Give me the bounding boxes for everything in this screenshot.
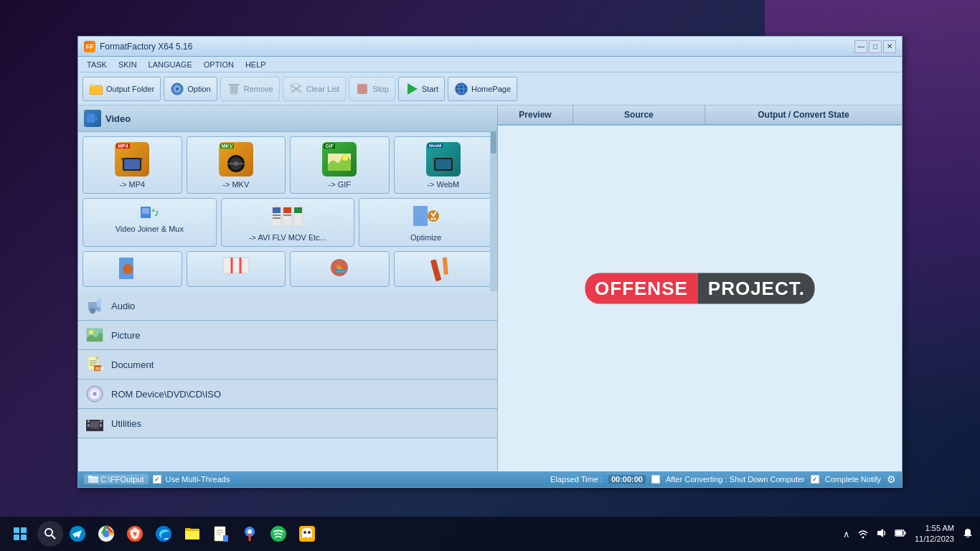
menu-option[interactable]: OPTION [198,59,240,70]
taskbar-app-brave[interactable] [122,521,148,547]
svg-text:🏊: 🏊 [335,262,346,273]
taskbar-app-ghost[interactable] [294,521,320,547]
category-rom[interactable]: ROM Device\DVD\CD\ISO [78,380,497,409]
audio-icon [84,295,105,316]
svg-rect-34 [433,158,435,161]
taskbar-app-gmaps[interactable] [237,521,263,547]
svg-point-52 [433,218,435,220]
menu-language[interactable]: LANGUAGE [143,59,198,70]
system-clock[interactable]: 1:55 AM 11/12/2023 [912,523,957,545]
taskbar-app-telegram[interactable] [65,521,90,547]
svg-rect-41 [273,207,281,213]
menu-bar: TASK SKIN LANGUAGE OPTION HELP [78,57,902,72]
shutdown-checkbox[interactable] [651,475,660,484]
scrollbar-thumb[interactable] [491,132,496,154]
start-button[interactable] [6,519,34,548]
homepage-button[interactable]: HomePage [448,77,517,101]
mkv-label: -> MKV [222,180,249,189]
category-picture[interactable]: Picture [78,321,497,350]
remove-icon [227,82,241,96]
category-utilities[interactable]: Utilities [78,409,497,438]
format-btn-avi[interactable]: -> AVI FLV MOV Etc... [221,198,355,247]
audio-label: Audio [111,301,135,311]
table-header: Preview Source Output / Convert State [498,105,902,126]
clear-list-button[interactable]: Clear List [283,77,346,101]
partial-btn-2[interactable] [187,251,286,287]
partial-btn-1[interactable] [83,251,182,287]
rom-icon [84,383,105,405]
rom-label: ROM Device\DVD\CD\ISO [111,389,221,400]
notification-icon[interactable] [961,527,974,542]
taskbar-app-chrome[interactable] [93,521,119,547]
svg-rect-108 [904,532,905,534]
svg-marker-106 [877,529,883,537]
menu-help[interactable]: HELP [240,59,272,70]
status-folder[interactable]: C:\FFOutput [84,474,149,484]
taskbar: ∧ 1:55 AM 11/12/2023 [0,517,980,551]
video-scrollbar[interactable] [490,132,497,291]
taskbar-app-files[interactable] [179,521,205,547]
svg-rect-19 [87,114,95,123]
utilities-label: Utilities [111,418,141,429]
svg-point-4 [176,88,179,90]
mp4-label: -> MP4 [119,180,145,189]
stop-button[interactable]: Stop [349,77,395,101]
status-settings-icon[interactable]: ⚙ [887,474,896,485]
elapsed-label: Elapsed Time : [550,475,603,484]
battery-icon[interactable] [893,526,908,542]
svg-point-89 [103,531,109,537]
taskbar-app-notepad[interactable] [208,521,234,547]
video-section: Video MP4 [78,105,497,291]
format-btn-mkv[interactable]: MKV -> MKV [187,136,286,194]
start-button[interactable]: Start [398,77,445,101]
wifi-icon[interactable] [856,526,870,542]
left-panel: Video MP4 [78,105,498,471]
svg-rect-61 [443,258,448,275]
format-btn-gif[interactable]: GIF -> GIF [290,136,390,194]
svg-point-54 [123,264,133,274]
option-button[interactable]: Option [164,77,217,101]
webm-icon: WebM [425,141,461,177]
svg-rect-35 [452,158,454,161]
category-document[interactable]: PDF Document [78,350,497,380]
svg-rect-48 [294,207,302,213]
mp4-badge: MP4 [116,143,129,149]
format-btn-joiner[interactable]: ♪ + Video Joiner & Mux [83,198,217,247]
mkv-badge: MKV [220,143,235,149]
menu-skin[interactable]: SKIN [113,59,143,70]
maximize-button[interactable]: □ [869,40,882,53]
partial-btn-3[interactable]: 🏊 [290,251,390,287]
svg-rect-12 [357,84,367,94]
multi-threads-label: Use Multi-Threads [166,475,230,484]
category-audio[interactable]: Audio [78,291,497,321]
picture-icon [84,324,105,346]
svg-rect-43 [273,217,281,219]
remove-button[interactable]: Remove [220,77,280,101]
remove-label: Remove [244,85,273,93]
format-btn-mp4[interactable]: MP4 -> MP4 [83,136,182,194]
output-folder-button[interactable]: Output Folder [83,77,161,101]
taskbar-app-edge[interactable] [151,521,176,547]
multi-threads-checkbox[interactable]: ✓ [153,475,161,484]
svg-rect-82 [90,421,99,428]
search-button[interactable] [37,521,63,547]
svg-rect-49 [413,206,428,226]
svg-rect-22 [124,159,140,169]
format-btn-webm[interactable]: WebM -> WebM [394,136,494,194]
menu-task[interactable]: TASK [81,59,113,70]
minimize-button[interactable]: — [854,40,867,53]
complete-notify-checkbox[interactable]: ✓ [811,475,819,484]
partial-btn-4[interactable] [394,251,494,287]
taskbar-app-spotify[interactable] [265,521,291,547]
video-header: Video [78,105,497,132]
joiner-icon: ♪ + [140,203,159,222]
svg-marker-13 [407,83,418,95]
windows-logo [14,527,27,540]
clock-time: 1:55 AM [915,523,954,534]
svg-rect-93 [185,530,199,540]
volume-icon[interactable] [875,526,889,542]
format-btn-optimize[interactable]: Optimize [359,198,493,247]
tray-chevron[interactable]: ∧ [842,527,852,541]
window-title: FormatFactory X64 5.16 [100,42,192,52]
close-button[interactable]: ✕ [883,40,896,53]
